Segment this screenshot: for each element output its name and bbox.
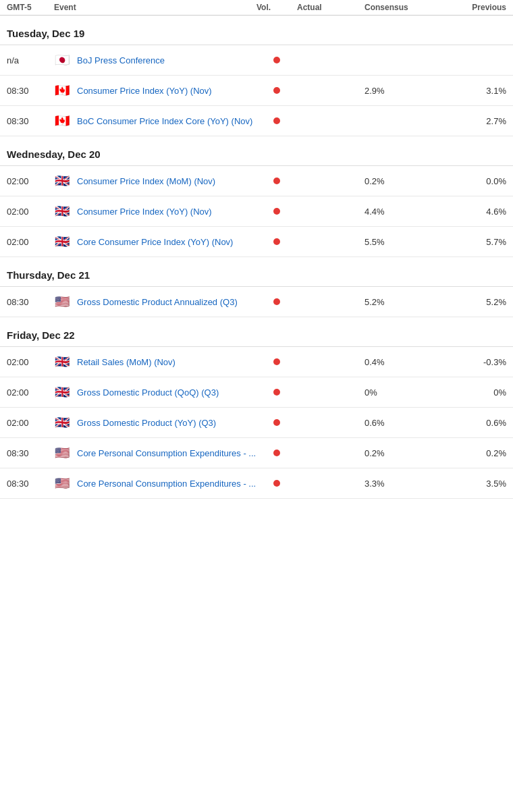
event-time: 08:30 bbox=[7, 116, 54, 126]
event-title[interactable]: Consumer Price Index (YoY) (Nov) bbox=[77, 207, 212, 217]
vol-cell bbox=[256, 57, 297, 63]
event-time: 08:30 bbox=[7, 86, 54, 96]
consensus-value: 2.9% bbox=[364, 86, 439, 96]
country-flag: 🇬🇧 bbox=[54, 387, 70, 398]
previous-value: 0% bbox=[439, 387, 506, 398]
country-flag: 🇺🇸 bbox=[54, 448, 70, 458]
volatility-dot bbox=[273, 178, 280, 184]
event-title[interactable]: Gross Domestic Product Annualized (Q3) bbox=[77, 297, 238, 307]
col-event: Event bbox=[54, 3, 256, 12]
volatility-dot bbox=[273, 208, 280, 215]
event-title[interactable]: Retail Sales (MoM) (Nov) bbox=[77, 357, 176, 367]
event-time: n/a bbox=[7, 55, 54, 65]
section-date-2: Thursday, Dec 21 bbox=[0, 257, 513, 287]
table-row: 02:00🇬🇧Core Consumer Price Index (YoY) (… bbox=[0, 227, 513, 257]
vol-cell bbox=[256, 389, 297, 396]
country-flag: 🇬🇧 bbox=[54, 236, 70, 247]
event-title[interactable]: Core Consumer Price Index (YoY) (Nov) bbox=[77, 237, 233, 247]
event-title[interactable]: Core Personal Consumption Expenditures -… bbox=[77, 448, 256, 458]
vol-cell bbox=[256, 480, 297, 487]
table-header: GMT-5 Event Vol. Actual Consensus Previo… bbox=[0, 0, 513, 16]
event-time: 02:00 bbox=[7, 207, 54, 217]
table-row: 02:00🇬🇧Consumer Price Index (MoM) (Nov)0… bbox=[0, 166, 513, 196]
consensus-value: 5.2% bbox=[364, 297, 439, 307]
volatility-dot bbox=[273, 298, 280, 305]
vol-cell bbox=[256, 298, 297, 305]
table-row: 02:00🇬🇧Consumer Price Index (YoY) (Nov)4… bbox=[0, 196, 513, 227]
consensus-value: 0.2% bbox=[364, 176, 439, 186]
event-title[interactable]: Gross Domestic Product (QoQ) (Q3) bbox=[77, 387, 219, 398]
vol-cell bbox=[256, 450, 297, 456]
country-flag: 🇺🇸 bbox=[54, 478, 70, 489]
table-row: 08:30🇺🇸Gross Domestic Product Annualized… bbox=[0, 287, 513, 317]
volatility-dot bbox=[273, 57, 280, 63]
previous-value: 5.7% bbox=[439, 237, 506, 247]
previous-value: 3.5% bbox=[439, 479, 506, 489]
calendar-body: Tuesday, Dec 19n/a🇯🇵BoJ Press Conference… bbox=[0, 16, 513, 499]
country-flag: 🇺🇸 bbox=[54, 296, 70, 307]
col-vol: Vol. bbox=[256, 3, 297, 12]
consensus-value: 5.5% bbox=[364, 237, 439, 247]
vol-cell bbox=[256, 208, 297, 215]
volatility-dot bbox=[273, 238, 280, 245]
event-time: 08:30 bbox=[7, 297, 54, 307]
vol-cell bbox=[256, 238, 297, 245]
event-name-cell: 🇺🇸Gross Domestic Product Annualized (Q3) bbox=[54, 296, 256, 307]
country-flag: 🇬🇧 bbox=[54, 175, 70, 186]
consensus-value: 0.2% bbox=[364, 448, 439, 458]
country-flag: 🇬🇧 bbox=[54, 356, 70, 367]
country-flag: 🇯🇵 bbox=[54, 55, 70, 65]
section-date-0: Tuesday, Dec 19 bbox=[0, 16, 513, 45]
volatility-dot bbox=[273, 419, 280, 426]
event-time: 08:30 bbox=[7, 448, 54, 458]
table-row: 08:30🇺🇸Core Personal Consumption Expendi… bbox=[0, 438, 513, 468]
event-time: 02:00 bbox=[7, 237, 54, 247]
event-name-cell: 🇺🇸Core Personal Consumption Expenditures… bbox=[54, 448, 256, 458]
previous-value: 5.2% bbox=[439, 297, 506, 307]
volatility-dot bbox=[273, 480, 280, 487]
event-name-cell: 🇺🇸Core Personal Consumption Expenditures… bbox=[54, 478, 256, 489]
section-date-1: Wednesday, Dec 20 bbox=[0, 136, 513, 166]
vol-cell bbox=[256, 178, 297, 184]
consensus-value: 0.6% bbox=[364, 418, 439, 428]
event-title[interactable]: BoC Consumer Price Index Core (YoY) (Nov… bbox=[77, 116, 252, 126]
country-flag: 🇬🇧 bbox=[54, 417, 70, 428]
event-name-cell: 🇨🇦Consumer Price Index (YoY) (Nov) bbox=[54, 85, 256, 96]
vol-cell bbox=[256, 358, 297, 365]
event-name-cell: 🇬🇧Core Consumer Price Index (YoY) (Nov) bbox=[54, 236, 256, 247]
consensus-value: 0% bbox=[364, 387, 439, 398]
event-name-cell: 🇬🇧Gross Domestic Product (YoY) (Q3) bbox=[54, 417, 256, 428]
table-row: 08:30🇺🇸Core Personal Consumption Expendi… bbox=[0, 468, 513, 499]
previous-value: 2.7% bbox=[439, 116, 506, 126]
previous-value: 0.6% bbox=[439, 418, 506, 428]
event-title[interactable]: Consumer Price Index (YoY) (Nov) bbox=[77, 86, 212, 96]
volatility-dot bbox=[273, 358, 280, 365]
table-row: 08:30🇨🇦BoC Consumer Price Index Core (Yo… bbox=[0, 106, 513, 136]
event-title[interactable]: Core Personal Consumption Expenditures -… bbox=[77, 479, 256, 489]
previous-value: 0.0% bbox=[439, 176, 506, 186]
event-title[interactable]: Gross Domestic Product (YoY) (Q3) bbox=[77, 418, 216, 428]
event-time: 02:00 bbox=[7, 357, 54, 367]
consensus-value: 0.4% bbox=[364, 357, 439, 367]
event-time: 02:00 bbox=[7, 176, 54, 186]
volatility-dot bbox=[273, 87, 280, 94]
volatility-dot bbox=[273, 389, 280, 396]
event-title[interactable]: Consumer Price Index (MoM) (Nov) bbox=[77, 176, 215, 186]
vol-cell bbox=[256, 87, 297, 94]
country-flag: 🇨🇦 bbox=[54, 115, 70, 126]
table-row: 02:00🇬🇧Gross Domestic Product (YoY) (Q3)… bbox=[0, 408, 513, 438]
volatility-dot bbox=[273, 117, 280, 124]
col-consensus: Consensus bbox=[364, 3, 439, 12]
event-title[interactable]: BoJ Press Conference bbox=[77, 55, 165, 65]
event-name-cell: 🇯🇵BoJ Press Conference bbox=[54, 55, 256, 65]
event-name-cell: 🇬🇧Retail Sales (MoM) (Nov) bbox=[54, 356, 256, 367]
consensus-value: 4.4% bbox=[364, 207, 439, 217]
section-date-3: Friday, Dec 22 bbox=[0, 317, 513, 347]
col-previous: Previous bbox=[439, 3, 506, 12]
event-time: 02:00 bbox=[7, 418, 54, 428]
event-name-cell: 🇬🇧Consumer Price Index (MoM) (Nov) bbox=[54, 175, 256, 186]
event-name-cell: 🇬🇧Consumer Price Index (YoY) (Nov) bbox=[54, 206, 256, 217]
vol-cell bbox=[256, 419, 297, 426]
event-name-cell: 🇨🇦BoC Consumer Price Index Core (YoY) (N… bbox=[54, 115, 256, 126]
table-row: 08:30🇨🇦Consumer Price Index (YoY) (Nov)2… bbox=[0, 76, 513, 106]
